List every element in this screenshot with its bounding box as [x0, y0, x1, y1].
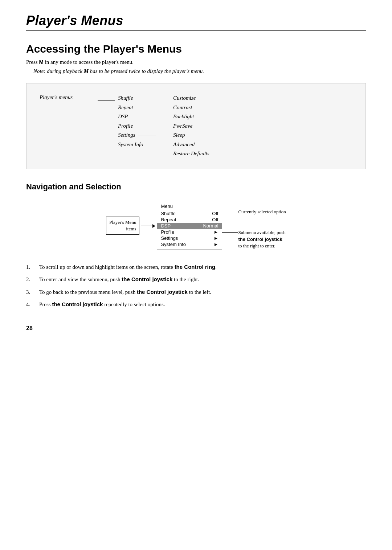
screen-item-system-info-name: System Info — [161, 242, 186, 247]
menu-item-dsp: DSP — [118, 112, 169, 122]
page-footer: 28 — [26, 322, 366, 332]
menu-diagram-box: Player's menus Shuffle Repeat DSP Profil… — [26, 83, 366, 169]
left-arrow-line — [141, 226, 155, 226]
instruction-2: 2. To enter and view the submenu, push t… — [26, 275, 366, 284]
instruction-1: 1. To scroll up or down and highlight it… — [26, 263, 366, 271]
menu-items-col: Shuffle Repeat DSP Profile Settings Syst… — [118, 94, 169, 149]
page-number: 28 — [26, 325, 33, 331]
menu-item-repeat: Repeat — [118, 103, 169, 112]
instructions-list: 1. To scroll up or down and highlight it… — [26, 263, 366, 309]
menu-screen-title: Menu — [157, 202, 222, 210]
main-section-heading: Accessing the Player's Menus — [26, 43, 366, 55]
left-arrowhead — [152, 224, 155, 228]
page-container: Player's Menus Accessing the Player's Me… — [0, 0, 392, 550]
menu-screen-items: Shuffle Off Repeat Off DSP Normal Profil… — [157, 210, 222, 250]
screen-item-system-info-arrow: ► — [214, 242, 219, 247]
menu-label: Player's menus — [40, 94, 98, 100]
intro-paragraph: Press M in any mode to access the player… — [26, 59, 366, 65]
nav-left-label: Player's Menu items — [106, 217, 139, 235]
screen-item-profile-name: Profile — [161, 229, 174, 235]
screen-item-repeat-value: Off — [212, 217, 218, 222]
menu-diagram-row: Player's menus Shuffle Repeat DSP Profil… — [40, 94, 352, 159]
screen-item-repeat-name: Repeat — [161, 217, 176, 222]
menu-item-settings-row: Settings — [118, 131, 169, 140]
screen-item-settings: Settings ► — [157, 235, 222, 241]
settings-submenu-col: Customize Contrast Backlight PwrSave Sle… — [173, 94, 209, 159]
screen-item-dsp: DSP Normal — [157, 223, 222, 229]
horiz-line-1 — [98, 100, 115, 100]
menu-item-profile: Profile — [118, 122, 169, 131]
right-labels-container: Currently selected option Submenu availa… — [222, 202, 286, 249]
submenu-backlight: Backlight — [173, 112, 209, 122]
note-paragraph: Note: during playback M has to be presse… — [26, 68, 366, 74]
instruction-4: 4. Press the Control joystick repeatedly… — [26, 300, 366, 309]
page-header: Player's Menus — [26, 13, 366, 31]
screen-item-shuffle: Shuffle Off — [157, 210, 222, 217]
menu-item-shuffle: Shuffle — [118, 94, 169, 103]
right-label-submenu: Submenu available, push the Control joys… — [238, 229, 285, 249]
settings-horiz-line — [138, 135, 156, 135]
submenu-restore-defaults: Restore Defaults — [173, 149, 209, 159]
right-label-1-line — [222, 212, 238, 212]
menu-item-system-info: System Info — [118, 140, 169, 149]
submenu-pwrsave: PwrSave — [173, 122, 209, 131]
left-arrow — [141, 226, 155, 226]
menu-horiz-line — [98, 94, 115, 100]
screen-item-system-info: System Info ► — [157, 241, 222, 247]
nav-left-label-container: Player's Menu items — [106, 217, 139, 235]
screen-item-shuffle-name: Shuffle — [161, 211, 175, 216]
nav-diagram: Player's Menu items Menu Shuffle Off Rep… — [26, 202, 366, 250]
right-label-2-line — [222, 232, 238, 233]
submenu-customize: Customize — [173, 94, 209, 103]
right-label-submenu-row: Submenu available, push the Control joys… — [222, 229, 286, 249]
right-label-currently-selected: Currently selected option — [238, 209, 286, 215]
screen-item-profile-arrow: ► — [214, 229, 219, 235]
screen-item-shuffle-value: Off — [212, 211, 218, 216]
nav-section-heading: Navigation and Selection — [26, 182, 366, 192]
screen-item-dsp-value: Normal — [203, 223, 218, 229]
page-header-title: Player's Menus — [26, 13, 123, 28]
submenu-contrast: Contrast — [173, 103, 209, 112]
submenu-advanced: Advanced — [173, 140, 209, 149]
screen-item-settings-arrow: ► — [214, 235, 219, 241]
screen-item-repeat: Repeat Off — [157, 217, 222, 223]
instruction-3: 3. To go back to the previous menu level… — [26, 288, 366, 296]
menu-screen-box: Menu Shuffle Off Repeat Off DSP Normal P… — [157, 202, 222, 250]
right-label-currently-selected-row: Currently selected option — [222, 209, 286, 215]
menu-item-settings: Settings — [118, 131, 135, 140]
screen-item-profile: Profile ► — [157, 229, 222, 235]
submenu-sleep: Sleep — [173, 131, 209, 140]
screen-item-dsp-name: DSP — [161, 223, 171, 229]
screen-item-settings-name: Settings — [161, 235, 178, 241]
